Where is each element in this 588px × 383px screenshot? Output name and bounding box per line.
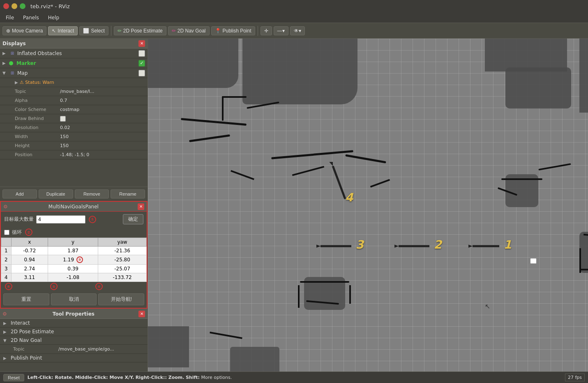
tool-publish-point[interactable]: ▶ Publish Point	[0, 354, 148, 362]
draw-behind-checkbox[interactable]	[60, 116, 66, 122]
displays-panel-header: Displays ✕	[0, 39, 148, 48]
display-item-inflated[interactable]: ▶ ⊞ Inflated Obstacles	[0, 48, 148, 58]
table-row[interactable]: 1 -0.72 1.87 -21.36	[1, 247, 147, 255]
robot-position	[530, 258, 537, 264]
left-panels: Displays ✕ ▶ ⊞ Inflated Obstacles ▶	[0, 39, 148, 371]
nav-goal-icon: ✏	[172, 28, 176, 34]
move-camera-button[interactable]: ⊕ Move Camera	[2, 26, 46, 35]
camera-button[interactable]: 👁▾	[290, 26, 305, 35]
multi-panel-icon: ⚙	[3, 204, 8, 210]
display-item-marker[interactable]: ▶ Marker ✓	[0, 58, 148, 68]
tool-panel-title: Tool Properties	[53, 311, 95, 317]
view-icon: —▾	[277, 28, 285, 34]
table-row[interactable]: 2 0.94 1.19 ③ -25.80	[1, 255, 147, 265]
footer-badges-row: ⑥ ⑤ ④	[1, 282, 147, 291]
plus-icon: ✛	[264, 28, 268, 34]
badge-4: ④	[95, 283, 103, 290]
badge-2: ②	[25, 228, 32, 236]
multi-panel-close[interactable]: ✕	[138, 203, 144, 210]
minimize-button[interactable]	[12, 3, 17, 9]
obs-bot4	[298, 285, 300, 308]
duplicate-button[interactable]: Duplicate	[39, 189, 73, 198]
tool-panel-close[interactable]: ✕	[138, 311, 145, 317]
table-row[interactable]: 3 2.74 0.39 -25.07	[1, 265, 147, 273]
obs-b2	[222, 96, 247, 98]
display-item-map[interactable]: ▼ ⊞ Map	[0, 68, 148, 78]
select-button[interactable]: ⬜ Select	[79, 26, 108, 35]
arrow-2-label: 2	[434, 238, 442, 251]
expand-interact-icon[interactable]: ▶	[3, 321, 8, 325]
expand-publish-icon[interactable]: ▶	[3, 356, 8, 360]
row-3-yaw: -25.07	[98, 265, 147, 273]
map-topic: Topic /move_base/l...	[0, 87, 148, 96]
displays-panel: Displays ✕ ▶ ⊞ Inflated Obstacles ▶	[0, 39, 148, 187]
cycle-label: 循环	[12, 229, 22, 236]
panel-buttons: Add Duplicate Remove Rename	[0, 187, 148, 201]
interact-button[interactable]: ↖ Interact	[48, 26, 78, 35]
row-3-x: 2.74	[11, 265, 48, 273]
maximize-button[interactable]	[20, 3, 25, 9]
inflated-icon: ⊞	[9, 51, 16, 56]
nav-goal-button[interactable]: ✏ 2D Nav Goal	[168, 26, 210, 35]
nav-arrow-2: 2	[394, 240, 431, 252]
map-draw-behind: Draw Behind	[0, 114, 148, 123]
marker-dot-icon	[9, 61, 13, 65]
menu-help[interactable]: Help	[44, 14, 63, 21]
obs-bot2	[300, 281, 349, 283]
pose-estimate-button[interactable]: ✏ 2D Pose Estimate	[114, 26, 166, 35]
topic-value: /move_base/l...	[60, 89, 94, 94]
tool-pose-estimate[interactable]: ▶ 2D Pose Estimate	[0, 328, 148, 336]
cancel-button[interactable]: 取消	[51, 293, 97, 305]
arrow-2-svg	[394, 240, 431, 252]
inflated-checkbox[interactable]	[138, 50, 145, 57]
fps-counter: 27 fps	[565, 374, 585, 381]
row-2-num: 2	[1, 255, 12, 265]
map-alpha: Alpha 0.7	[0, 96, 148, 105]
remove-button[interactable]: Remove	[75, 189, 109, 198]
obs-r2	[501, 178, 542, 180]
arrow-3-svg	[316, 240, 353, 252]
map-resolution: Resolution 0.02	[0, 123, 148, 132]
expand-nav-icon[interactable]: ▼	[3, 338, 8, 343]
reset-status-button[interactable]: Reset	[3, 374, 24, 381]
marker-checkbox[interactable]: ✓	[138, 60, 145, 67]
arrow-4-label: 4	[345, 191, 353, 204]
confirm-button[interactable]: 确定	[123, 214, 143, 224]
map-icon: ⊞	[9, 70, 16, 76]
close-button[interactable]	[3, 3, 9, 9]
reset-button[interactable]: 重置	[3, 293, 49, 305]
map-checkbox[interactable]	[138, 70, 145, 76]
height-value: 150	[60, 143, 69, 148]
expand-marker-icon[interactable]: ▶	[2, 61, 7, 65]
displays-scroll[interactable]: ▶ ⊞ Inflated Obstacles ▶ Marker ✓	[0, 48, 148, 180]
col-num	[1, 238, 12, 247]
tool-nav-goal[interactable]: ▼ 2D Nav Goal	[0, 336, 148, 345]
menu-panels[interactable]: Panels	[19, 14, 43, 21]
inflated-label: Inflated Obstacles	[17, 51, 137, 56]
status-warn-label: ⚠ Status: Warn	[20, 80, 54, 85]
expand-map-icon[interactable]: ▼	[2, 71, 7, 75]
cycle-checkbox[interactable]	[4, 230, 9, 235]
badge-5: ⑤	[50, 283, 58, 290]
start-nav-button[interactable]: 开始导航!	[98, 293, 144, 305]
max-goals-input[interactable]	[36, 215, 85, 224]
cycle-row: 循环 ②	[1, 227, 147, 238]
menu-file[interactable]: File	[2, 14, 18, 21]
view-button[interactable]: —▾	[274, 26, 288, 35]
publish-point-button[interactable]: 📍 Publish Point	[211, 26, 255, 35]
toolbar-separator	[111, 26, 111, 36]
titlebar: teb.rviz* - RViz	[0, 0, 588, 12]
rename-button[interactable]: Rename	[111, 189, 145, 198]
expand-inflated-icon[interactable]: ▶	[2, 51, 7, 55]
add-target-button[interactable]: ✛	[261, 26, 272, 35]
add-button[interactable]: Add	[2, 189, 37, 198]
nav-topic-label: Topic	[13, 346, 58, 352]
displays-close-button[interactable]: ✕	[138, 40, 145, 47]
tool-interact[interactable]: ▶ Interact	[0, 319, 148, 328]
draw-behind-label: Draw Behind	[15, 116, 60, 121]
goals-table: x y yaw 1 -0.72 1.87 -21.36 2 0.94	[1, 238, 147, 282]
viewport[interactable]: 1 2	[148, 39, 588, 371]
table-row[interactable]: 4 3.11 -1.08 -133.72	[1, 273, 147, 282]
expand-status-icon[interactable]: ▶	[15, 80, 20, 85]
expand-pose-icon[interactable]: ▶	[3, 330, 8, 334]
